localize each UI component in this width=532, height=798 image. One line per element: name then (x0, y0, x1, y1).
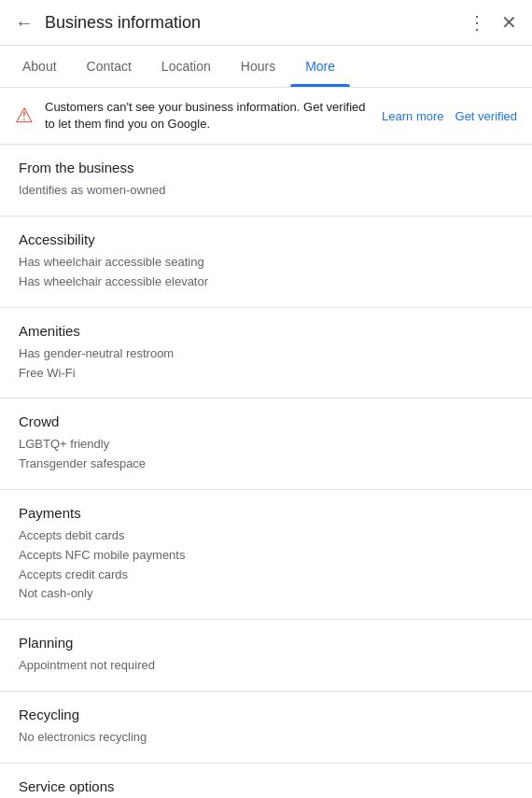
section-item: Identifies as women-owned (19, 181, 513, 201)
alert-actions: Learn more Get verified (382, 109, 517, 123)
section-payments: PaymentsAccepts debit cardsAccepts NFC m… (0, 490, 532, 620)
back-button[interactable]: ← (15, 12, 34, 34)
section-item: Accepts debit cards (19, 526, 513, 546)
section-planning: PlanningAppointment not required (0, 620, 532, 692)
section-amenities: AmenitiesHas gender-neutral restroomFree… (0, 308, 532, 399)
section-title-recycling: Recycling (19, 707, 513, 722)
section-title-amenities: Amenities (19, 323, 513, 339)
section-from-the-business: From the businessIdentifies as women-own… (0, 145, 532, 217)
section-recycling: RecyclingNo electronics recycling (0, 692, 532, 763)
more-options-icon[interactable]: ⋮ (468, 11, 486, 34)
section-item: Accepts credit cards (19, 566, 513, 585)
header-icons: ⋮ ✕ (468, 11, 517, 34)
header: ← Business information ⋮ ✕ (0, 0, 532, 46)
section-item: Free Wi-Fi (19, 364, 513, 384)
section-item: Appointment not required (19, 656, 513, 676)
section-title-from-the-business: From the business (19, 160, 513, 175)
get-verified-link[interactable]: Get verified (455, 109, 517, 123)
section-item: Has gender-neutral restroom (19, 344, 513, 364)
section-title-service-options: Service options (19, 778, 513, 794)
section-crowd: CrowdLGBTQ+ friendlyTransgender safespac… (0, 399, 532, 490)
tab-about[interactable]: About (7, 46, 72, 87)
close-icon[interactable]: ✕ (501, 11, 517, 34)
alert-banner: ⚠ Customers can't see your business info… (0, 88, 532, 145)
section-title-planning: Planning (19, 635, 513, 651)
page-title: Business information (45, 13, 468, 33)
section-item: No electronics recycling (19, 728, 513, 748)
section-service-options: Service optionsOffers deliveryOffers sam… (0, 763, 532, 798)
section-item: LGBTQ+ friendly (19, 435, 513, 455)
alert-text: Customers can't see your business inform… (45, 99, 371, 133)
section-title-crowd: Crowd (19, 413, 513, 429)
section-item: Accepts NFC mobile payments (19, 546, 513, 566)
section-accessibility: AccessibilityHas wheelchair accessible s… (0, 217, 532, 308)
tab-more[interactable]: More (290, 46, 350, 87)
alert-icon: ⚠ (15, 104, 34, 128)
section-item: Has wheelchair accessible elevator (19, 273, 513, 292)
learn-more-link[interactable]: Learn more (382, 109, 443, 123)
content-area: From the businessIdentifies as women-own… (0, 145, 532, 798)
section-item: Has wheelchair accessible seating (19, 253, 513, 273)
section-item: Not cash-only (19, 584, 513, 604)
section-title-accessibility: Accessibility (19, 231, 513, 247)
tab-hours[interactable]: Hours (226, 46, 290, 87)
tab-bar: AboutContactLocationHoursMore (0, 46, 532, 88)
section-item: Transgender safespace (19, 455, 513, 474)
section-title-payments: Payments (19, 505, 513, 521)
tab-contact[interactable]: Contact (72, 46, 147, 87)
tab-location[interactable]: Location (147, 46, 226, 87)
